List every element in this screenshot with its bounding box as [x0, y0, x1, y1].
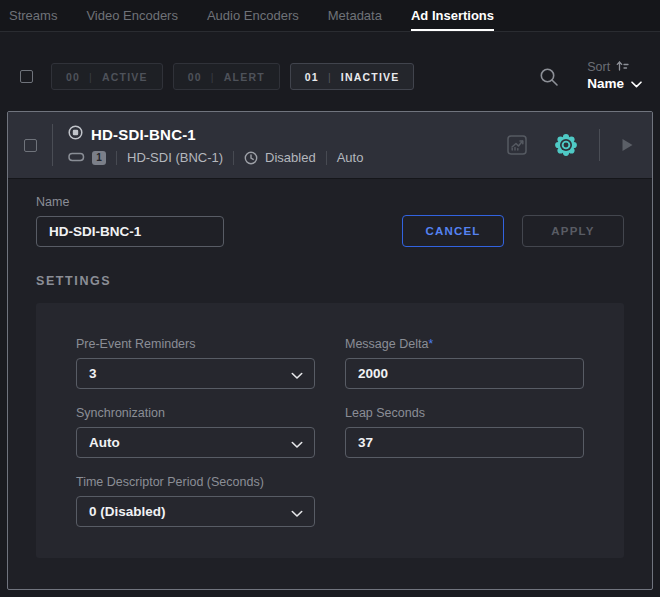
select-all-checkbox[interactable] — [20, 70, 33, 83]
time-descriptor-period-label: Time Descriptor Period (Seconds) — [76, 475, 315, 489]
filter-separator: | — [89, 71, 93, 83]
mode-label: Auto — [337, 150, 364, 165]
apply-button[interactable]: APPLY — [522, 215, 624, 247]
encoder-title: HD-SDI-BNC-1 — [91, 126, 196, 143]
encoder-card: HD-SDI-BNC-1 1 HD-SDI (BNC-1) — [7, 111, 653, 590]
port-connector-icon — [68, 150, 85, 165]
filter-inactive-label: INACTIVE — [341, 71, 400, 83]
filter-inactive-count: 01 — [305, 71, 319, 83]
synchronization-label: Synchronization — [76, 406, 315, 420]
sort-order-icon[interactable] — [616, 60, 629, 77]
stop-status-icon — [68, 125, 83, 144]
status-filter-group: 00 | ACTIVE 00 | ALERT 01 | INACTIVE — [51, 63, 414, 90]
message-delta-field: Message Delta* — [345, 337, 584, 389]
pre-event-reminders-select[interactable]: 3 — [76, 358, 315, 389]
filter-toolbar: 00 | ACTIVE 00 | ALERT 01 | INACTIVE Sor… — [0, 32, 660, 111]
sort-label: Sort — [587, 60, 610, 76]
play-icon[interactable] — [619, 137, 635, 153]
settings-heading: SETTINGS — [36, 274, 624, 288]
chevron-down-icon — [291, 368, 303, 383]
message-delta-input[interactable] — [345, 358, 584, 389]
settings-panel: Pre-Event Reminders 3 Message Delta* Syn… — [36, 303, 624, 558]
top-tab-bar: Streams Video Encoders Audio Encoders Me… — [0, 0, 660, 32]
filter-alert-button[interactable]: 00 | ALERT — [173, 63, 280, 90]
sort-control[interactable]: Sort Name — [587, 60, 642, 94]
time-descriptor-period-value: 0 (Disabled) — [89, 504, 166, 519]
pre-event-reminders-field: Pre-Event Reminders 3 — [76, 337, 315, 389]
chevron-down-icon — [291, 437, 303, 452]
filter-active-count: 00 — [66, 71, 80, 83]
filter-inactive-button[interactable]: 01 | INACTIVE — [290, 63, 415, 90]
time-descriptor-period-select[interactable]: 0 (Disabled) — [76, 496, 315, 527]
filter-active-label: ACTIVE — [102, 71, 148, 83]
search-icon[interactable] — [538, 66, 560, 88]
required-marker: * — [428, 337, 433, 351]
pre-event-reminders-label: Pre-Event Reminders — [76, 337, 315, 351]
filter-alert-label: ALERT — [224, 71, 265, 83]
settings-gear-icon[interactable] — [552, 131, 580, 159]
filter-active-button[interactable]: 00 | ACTIVE — [51, 63, 163, 90]
tab-streams[interactable]: Streams — [9, 0, 57, 31]
leap-seconds-input[interactable] — [345, 427, 584, 458]
cancel-button[interactable]: CANCEL — [402, 215, 504, 247]
leap-seconds-label: Leap Seconds — [345, 406, 584, 420]
schedule-clock-icon — [244, 151, 258, 165]
encoder-card-body: Name CANCEL APPLY SETTINGS Pre-Event Rem… — [8, 179, 652, 558]
port-number-badge: 1 — [92, 151, 106, 165]
filter-alert-count: 00 — [188, 71, 202, 83]
synchronization-value: Auto — [89, 435, 120, 450]
synchronization-field: Synchronization Auto — [76, 406, 315, 458]
tab-video-encoders[interactable]: Video Encoders — [86, 0, 178, 31]
tab-ad-insertions[interactable]: Ad Insertions — [411, 0, 494, 31]
interface-label: HD-SDI (BNC-1) — [127, 150, 223, 165]
subtitle-separator — [233, 151, 234, 165]
leap-seconds-field: Leap Seconds — [345, 406, 584, 458]
filter-separator: | — [328, 71, 332, 83]
encoder-card-header: HD-SDI-BNC-1 1 HD-SDI (BNC-1) — [8, 112, 652, 179]
tab-audio-encoders[interactable]: Audio Encoders — [207, 0, 299, 31]
synchronization-select[interactable]: Auto — [76, 427, 315, 458]
name-input[interactable] — [36, 216, 224, 247]
status-label: Disabled — [265, 150, 316, 165]
header-divider — [52, 124, 53, 166]
subtitle-separator — [326, 151, 327, 165]
actions-divider — [599, 129, 600, 161]
filter-separator: | — [211, 71, 215, 83]
name-label: Name — [36, 195, 224, 209]
time-descriptor-period-field: Time Descriptor Period (Seconds) 0 (Disa… — [76, 475, 315, 527]
stats-chart-icon[interactable] — [506, 134, 528, 156]
pre-event-reminders-value: 3 — [89, 366, 97, 381]
tab-metadata[interactable]: Metadata — [328, 0, 382, 31]
message-delta-label: Message Delta* — [345, 337, 584, 351]
subtitle-separator — [116, 151, 117, 165]
row-select-checkbox[interactable] — [24, 139, 37, 152]
sort-value: Name — [587, 76, 624, 93]
chevron-down-icon — [631, 76, 642, 93]
chevron-down-icon — [291, 506, 303, 521]
